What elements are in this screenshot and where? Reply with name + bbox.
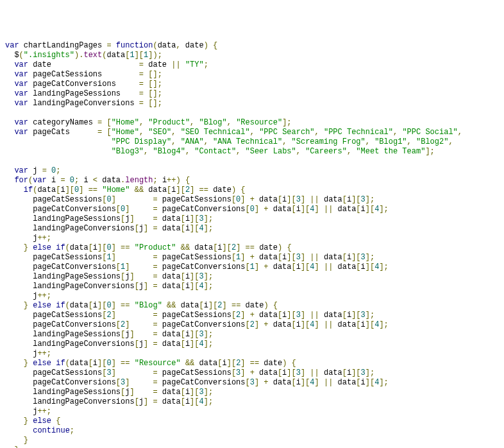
code-block: var chartLandingPages = function(data, d… [5, 41, 499, 448]
